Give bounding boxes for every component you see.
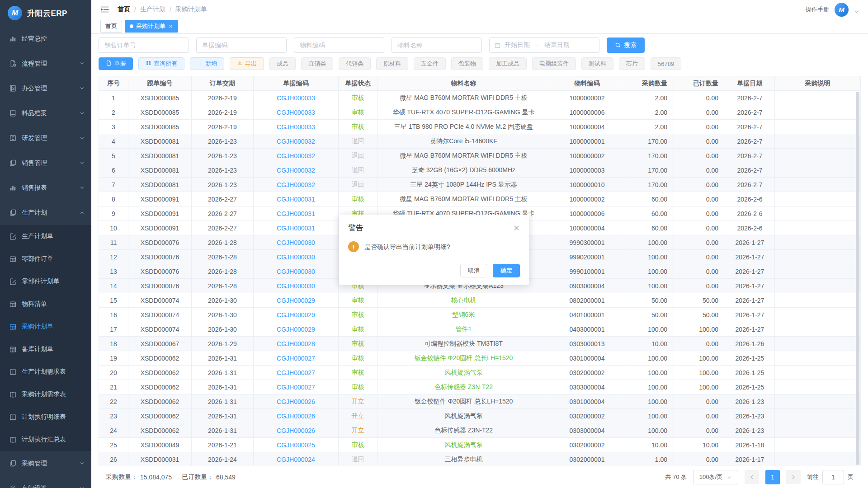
sidebar-item-sales-report[interactable]: 销售报表: [0, 175, 91, 200]
sidebar-item-purchase-mgmt[interactable]: 采购管理: [0, 451, 91, 476]
doc-code-link[interactable]: CGJH000028: [277, 340, 315, 347]
doc-code-link[interactable]: CGJH000032: [277, 152, 315, 160]
breadcrumb-item[interactable]: 生产计划: [140, 5, 165, 14]
table-row[interactable]: 4XSDD0000812026-1-23CGJH000032退回英特尔Core …: [99, 134, 860, 149]
goto-page-input[interactable]: [822, 470, 844, 484]
category-button-7[interactable]: 电脑组装件: [532, 57, 576, 70]
doc-code-link[interactable]: CGJH000029: [277, 311, 315, 319]
table-row[interactable]: 3XSDD0000852026-2-19CGJH000033审核三星 1TB 9…: [99, 120, 860, 134]
filter-input-material-name[interactable]: [392, 38, 482, 53]
table-row[interactable]: 21XSDD0000622026-1-31CGJH000027审核色标传感器 Z…: [99, 380, 860, 394]
table-row[interactable]: 1XSDD0000852026-2-19CGJH000033审核微星 MAG B…: [99, 91, 860, 105]
manual-link[interactable]: 操作手册: [806, 5, 829, 14]
filter-input-material-code[interactable]: [294, 38, 384, 53]
tab-active[interactable]: 采购计划单: [125, 20, 178, 33]
category-button-5[interactable]: 包装物: [451, 57, 483, 70]
next-page-button[interactable]: [786, 470, 801, 484]
table-row[interactable]: 18XSDD0000672026-1-29CGJH000028审核可编程控制器模…: [99, 337, 860, 351]
table-row[interactable]: 22XSDD0000622026-1-31CGJH000026开立钣金铰链件 Φ…: [99, 394, 860, 409]
category-button-3[interactable]: 原材料: [376, 57, 408, 70]
table-row[interactable]: 25XSDD0000492026-1-21CGJH000025审核风机旋涡气泵0…: [99, 438, 860, 452]
page-size-select[interactable]: 100条/页: [693, 470, 738, 484]
doc-code-link[interactable]: CGJH000029: [277, 326, 315, 333]
doc-code-link[interactable]: CGJH000026: [277, 427, 315, 434]
doc-code-link[interactable]: CGJH000031: [277, 210, 315, 217]
table-row[interactable]: 16XSDD0000742026-1-30CGJH000029审核型钢6米040…: [99, 308, 860, 322]
sidebar-item-purchase-plan-order[interactable]: 采购计划单: [0, 315, 91, 338]
sidebar-item-bom-list[interactable]: 物料清单: [0, 293, 91, 315]
search-button[interactable]: 搜索: [607, 38, 645, 53]
sidebar-item-material-archive[interactable]: 料品档案: [0, 101, 91, 126]
table-row[interactable]: 19XSDD0000622026-1-31CGJH000027审核钣金铰链件 Φ…: [99, 351, 860, 366]
category-button-6[interactable]: 加工成品: [489, 57, 527, 70]
add-new-button[interactable]: 新增: [190, 57, 224, 70]
category-button-4[interactable]: 五金件: [414, 57, 446, 70]
table-row[interactable]: 5XSDD0000812026-1-23CGJH000032退回微星 MAG B…: [99, 149, 860, 163]
current-page-button[interactable]: 1: [765, 470, 780, 484]
table-row[interactable]: 24XSDD0000622026-1-31CGJH000026开立色标传感器 Z…: [99, 423, 860, 438]
scrollbar-thumb[interactable]: [856, 92, 859, 465]
doc-code-link[interactable]: CGJH000026: [277, 413, 315, 420]
sidebar-item-process-mgmt[interactable]: 流程管理: [0, 51, 91, 76]
doc-code-link[interactable]: CGJH000031: [277, 225, 315, 232]
doc-code-link[interactable]: CGJH000030: [277, 239, 315, 246]
table-row[interactable]: 23XSDD0000622026-1-31CGJH000026开立风机旋涡气泵0…: [99, 409, 860, 423]
category-button-0[interactable]: 成品: [269, 57, 296, 70]
sidebar-item-workshop-settings[interactable]: 车间设置: [0, 476, 91, 488]
sidebar-item-parts-order[interactable]: 零部件订单: [0, 248, 91, 270]
sidebar-item-production-plan-order[interactable]: 生产计划单: [0, 225, 91, 248]
sidebar-item-office-mgmt[interactable]: 办公管理: [0, 76, 91, 101]
sidebar-item-purchase-plan-demand[interactable]: 采购计划需求表: [0, 383, 91, 406]
prev-page-button[interactable]: [745, 470, 759, 484]
chevron-down-icon[interactable]: [854, 9, 859, 14]
doc-code-link[interactable]: CGJH000030: [277, 268, 315, 275]
sidebar-item-plan-exec-summary[interactable]: 计划执行汇总表: [0, 428, 91, 451]
doc-button[interactable]: 单据: [99, 57, 133, 70]
collapse-menu-icon[interactable]: [100, 6, 109, 13]
doc-code-link[interactable]: CGJH000033: [277, 123, 315, 131]
breadcrumb-item[interactable]: 首页: [118, 5, 130, 14]
category-button-1[interactable]: 直销类: [301, 57, 333, 70]
filter-input-doc-code[interactable]: [196, 38, 287, 53]
doc-code-link[interactable]: CGJH000030: [277, 253, 315, 261]
date-range-picker[interactable]: 开始日期–结束日期: [489, 38, 599, 53]
doc-code-link[interactable]: CGJH000027: [277, 369, 315, 376]
table-row[interactable]: 26XSDD0000312026-1-24CGJH000024退回三相异步电机0…: [99, 452, 860, 466]
table-row[interactable]: 7XSDD0000812026-1-23CGJH000032退回三星 24英寸 …: [99, 178, 860, 192]
sidebar-item-sales-mgmt[interactable]: 销售管理: [0, 150, 91, 175]
table-row[interactable]: 20XSDD0000622026-1-31CGJH000027审核风机旋涡气泵0…: [99, 366, 860, 380]
doc-code-link[interactable]: CGJH000024: [277, 456, 315, 463]
doc-code-link[interactable]: CGJH000032: [277, 181, 315, 188]
avatar[interactable]: M: [835, 3, 849, 17]
sidebar-item-business-overview[interactable]: 经营总控: [0, 26, 91, 51]
doc-code-link[interactable]: CGJH000027: [277, 384, 315, 391]
export-button[interactable]: 导出: [230, 57, 264, 70]
filter-input-sales-order-no[interactable]: [99, 38, 189, 53]
doc-code-link[interactable]: CGJH000031: [277, 196, 315, 203]
category-button-2[interactable]: 代销类: [339, 57, 371, 70]
doc-code-link[interactable]: CGJH000033: [277, 94, 315, 102]
close-icon[interactable]: [168, 24, 173, 29]
category-button-10[interactable]: 56789: [651, 57, 681, 70]
close-icon[interactable]: [513, 225, 520, 231]
doc-code-link[interactable]: CGJH000029: [277, 297, 315, 304]
sidebar-item-stock-plan-order[interactable]: 备库计划单: [0, 338, 91, 361]
sidebar-item-production-plan-demand[interactable]: 生产计划需求表: [0, 361, 91, 383]
table-row[interactable]: 2XSDD0000852026-2-19CGJH000033审核华硕 TUF-R…: [99, 105, 860, 120]
tab-home[interactable]: 首页: [100, 20, 122, 33]
table-row[interactable]: 17XSDD0000742026-1-30CGJH000029审核管件10403…: [99, 322, 860, 337]
doc-code-link[interactable]: CGJH000027: [277, 355, 315, 362]
sidebar-item-plan-exec-detail[interactable]: 计划执行明细表: [0, 406, 91, 428]
doc-code-link[interactable]: CGJH000032: [277, 138, 315, 145]
sidebar-item-production-plan[interactable]: 生产计划: [0, 200, 91, 225]
doc-code-link[interactable]: CGJH000033: [277, 109, 315, 116]
confirm-button[interactable]: 确定: [493, 264, 520, 277]
doc-code-link[interactable]: CGJH000026: [277, 398, 315, 405]
sidebar-item-rd-mgmt[interactable]: 研发管理: [0, 126, 91, 150]
category-button-8[interactable]: 测试料: [581, 57, 613, 70]
doc-code-link[interactable]: CGJH000032: [277, 167, 315, 174]
doc-code-link[interactable]: CGJH000030: [277, 282, 315, 290]
table-row[interactable]: 8XSDD0000912026-2-27CGJH000031审核微星 MAG B…: [99, 192, 860, 206]
query-all-button[interactable]: 查询所有: [138, 57, 184, 70]
category-button-9[interactable]: 芯片: [619, 57, 645, 70]
